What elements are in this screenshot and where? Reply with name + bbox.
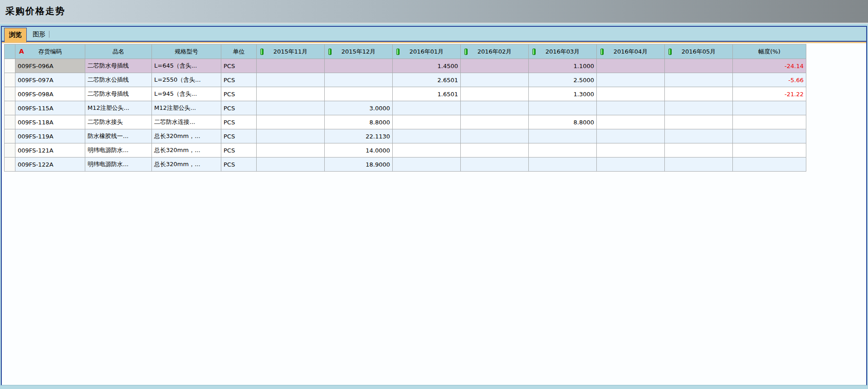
cell-unit[interactable]: PCS — [221, 158, 257, 172]
cell-m2[interactable]: 22.1130 — [325, 129, 393, 143]
cell-m6[interactable] — [597, 59, 665, 73]
cell-m4[interactable] — [461, 158, 529, 172]
cell-spec[interactable]: 总长320mm，... — [152, 158, 221, 172]
cell-m7[interactable] — [665, 129, 733, 143]
cell-m6[interactable] — [597, 158, 665, 172]
cell-code[interactable]: 009FS-121A — [15, 143, 85, 158]
cell-m7[interactable] — [665, 87, 733, 101]
cell-m6[interactable] — [597, 115, 665, 129]
cell-m1[interactable] — [257, 101, 325, 115]
cell-m2[interactable] — [325, 87, 393, 101]
cell-m4[interactable] — [461, 143, 529, 158]
col-header-m1[interactable]: 2015年11月 — [257, 44, 325, 59]
col-header-m4[interactable]: 2016年02月 — [461, 44, 529, 59]
col-header-m3[interactable]: 2016年01月 — [393, 44, 461, 59]
cell-m2[interactable] — [325, 73, 393, 87]
cell-name[interactable]: 二芯防水母插线 — [85, 59, 152, 73]
col-header-name[interactable]: 品名 — [85, 44, 152, 59]
cell-m3[interactable]: 1.4500 — [393, 59, 461, 73]
cell-m5[interactable]: 2.5000 — [529, 73, 597, 87]
col-header-range[interactable]: 幅度(%) — [733, 44, 806, 59]
cell-spec[interactable]: 总长320mm，... — [152, 129, 221, 143]
cell-m1[interactable] — [257, 143, 325, 158]
cell-code[interactable]: 009FS-097A — [15, 73, 85, 87]
cell-m1[interactable] — [257, 73, 325, 87]
cell-m6[interactable] — [597, 73, 665, 87]
cell-m2[interactable]: 18.9000 — [325, 158, 393, 172]
cell-spec[interactable]: L=2550（含头... — [152, 73, 221, 87]
col-header-m2[interactable]: 2015年12月 — [325, 44, 393, 59]
cell-m1[interactable] — [257, 115, 325, 129]
cell-rowhdr[interactable] — [5, 87, 15, 101]
cell-m3[interactable] — [393, 143, 461, 158]
cell-range[interactable] — [733, 158, 806, 172]
cell-name[interactable]: 二芯防水接头 — [85, 115, 152, 129]
cell-m1[interactable] — [257, 87, 325, 101]
cell-unit[interactable]: PCS — [221, 143, 257, 158]
cell-spec[interactable]: L=645（含头... — [152, 59, 221, 73]
cell-m2[interactable]: 3.0000 — [325, 101, 393, 115]
tab-browse[interactable]: 浏览 — [4, 28, 27, 42]
cell-unit[interactable]: PCS — [221, 129, 257, 143]
cell-m1[interactable] — [257, 59, 325, 73]
cell-m5[interactable] — [529, 129, 597, 143]
cell-m3[interactable] — [393, 101, 461, 115]
cell-range[interactable] — [733, 143, 806, 158]
cell-rowhdr[interactable] — [5, 59, 15, 73]
cell-m2[interactable]: 8.8000 — [325, 115, 393, 129]
cell-rowhdr[interactable] — [5, 129, 15, 143]
cell-name[interactable]: 二芯防水母插线 — [85, 87, 152, 101]
cell-range[interactable]: -21.22 — [733, 87, 806, 101]
cell-unit[interactable]: PCS — [221, 73, 257, 87]
cell-range[interactable]: -5.66 — [733, 73, 806, 87]
cell-m3[interactable]: 1.6501 — [393, 87, 461, 101]
cell-m7[interactable] — [665, 158, 733, 172]
cell-name[interactable]: M12注塑公头... — [85, 101, 152, 115]
cell-code[interactable]: 009FS-118A — [15, 115, 85, 129]
cell-code[interactable]: 009FS-122A — [15, 158, 85, 172]
cell-rowhdr[interactable] — [5, 115, 15, 129]
cell-m5[interactable]: 8.8000 — [529, 115, 597, 129]
col-header-m7[interactable]: 2016年05月 — [665, 44, 733, 59]
cell-code[interactable]: 009FS-119A — [15, 129, 85, 143]
col-header-rowhdr[interactable] — [5, 44, 15, 59]
cell-rowhdr[interactable] — [5, 101, 15, 115]
cell-spec[interactable]: M12注塑公头... — [152, 101, 221, 115]
col-header-m5[interactable]: 2016年03月 — [529, 44, 597, 59]
col-header-unit[interactable]: 单位 — [221, 44, 257, 59]
cell-spec[interactable]: 总长320mm，... — [152, 143, 221, 158]
cell-m6[interactable] — [597, 87, 665, 101]
cell-m6[interactable] — [597, 101, 665, 115]
cell-range[interactable] — [733, 129, 806, 143]
cell-m5[interactable] — [529, 101, 597, 115]
cell-rowhdr[interactable] — [5, 143, 15, 158]
cell-unit[interactable]: PCS — [221, 101, 257, 115]
cell-spec[interactable]: L=945（含头... — [152, 87, 221, 101]
cell-range[interactable] — [733, 115, 806, 129]
cell-m4[interactable] — [461, 129, 529, 143]
cell-name[interactable]: 明纬电源防水... — [85, 158, 152, 172]
cell-m7[interactable] — [665, 115, 733, 129]
cell-m2[interactable]: 14.0000 — [325, 143, 393, 158]
cell-m3[interactable] — [393, 115, 461, 129]
cell-unit[interactable]: PCS — [221, 87, 257, 101]
cell-m4[interactable] — [461, 101, 529, 115]
cell-m6[interactable] — [597, 143, 665, 158]
cell-name[interactable]: 防水橡胶线一... — [85, 129, 152, 143]
col-header-m6[interactable]: 2016年04月 — [597, 44, 665, 59]
cell-rowhdr[interactable] — [5, 158, 15, 172]
cell-m3[interactable] — [393, 129, 461, 143]
cell-range[interactable]: -24.14 — [733, 59, 806, 73]
col-header-spec[interactable]: 规格型号 — [152, 44, 221, 59]
cell-m5[interactable]: 1.3000 — [529, 87, 597, 101]
cell-m7[interactable] — [665, 59, 733, 73]
cell-unit[interactable]: PCS — [221, 115, 257, 129]
cell-m4[interactable] — [461, 59, 529, 73]
cell-code[interactable]: 009FS-098A — [15, 87, 85, 101]
tab-graph[interactable]: 图形 — [28, 28, 50, 41]
col-header-code[interactable]: A存货编码 — [15, 44, 85, 59]
cell-m3[interactable] — [393, 158, 461, 172]
cell-m4[interactable] — [461, 87, 529, 101]
cell-m1[interactable] — [257, 158, 325, 172]
cell-m7[interactable] — [665, 143, 733, 158]
